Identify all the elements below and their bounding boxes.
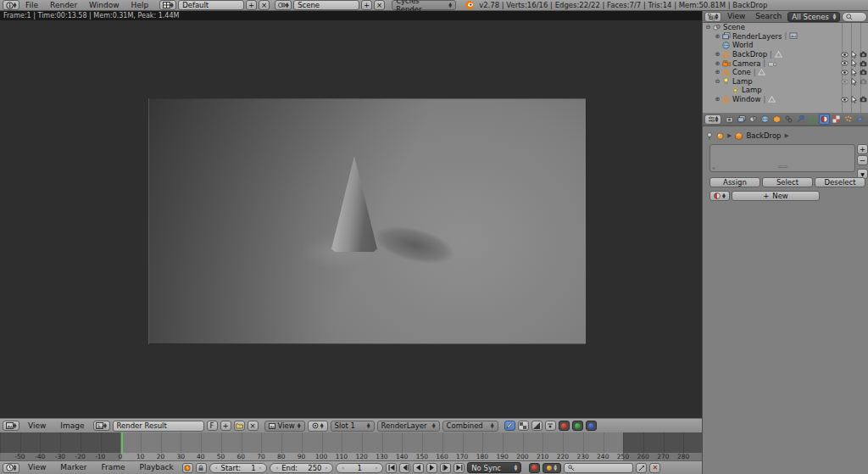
menu-file[interactable]: File xyxy=(19,0,44,11)
editor-type-selector[interactable]: ▲▼ xyxy=(3,421,19,431)
texture-tab[interactable] xyxy=(831,114,842,125)
outliner-item[interactable]: ⊕ Camera | xyxy=(703,59,868,68)
menu-view[interactable]: View xyxy=(723,11,749,22)
menu-image[interactable]: Image xyxy=(54,421,90,432)
data-tab[interactable] xyxy=(807,114,818,125)
unlink-image-button[interactable]: × xyxy=(248,421,259,431)
render-result-viewport[interactable] xyxy=(148,98,587,344)
toggle-visibility-eye-icon[interactable] xyxy=(841,78,849,86)
end-frame-field[interactable]: ‹End: 250› xyxy=(270,463,333,473)
current-frame-field[interactable]: ‹1› xyxy=(336,463,383,473)
jump-to-end-button[interactable] xyxy=(453,463,465,473)
outliner-item[interactable]: ⊕ Window | xyxy=(703,95,868,104)
toggle-selectability-cursor-icon[interactable] xyxy=(850,78,858,86)
remove-slot-button[interactable]: − xyxy=(857,155,868,165)
select-button[interactable]: Select xyxy=(762,177,813,187)
outliner-item[interactable]: ⊕ Cone | xyxy=(703,68,868,77)
new-material-button[interactable]: + New xyxy=(732,191,820,201)
green-channel-button[interactable] xyxy=(572,421,583,431)
mesh-data-breadcrumb-icon[interactable] xyxy=(735,132,743,140)
outliner-item[interactable]: ⊕ RenderLayers | xyxy=(703,32,868,42)
outliner-item[interactable]: World xyxy=(703,41,868,50)
add-scene-button[interactable]: + xyxy=(361,0,372,10)
timeline-strip[interactable]: -50-40-30-20-100102030405060708090100110… xyxy=(0,432,702,460)
toggle-renderability-camera-restrict-icon[interactable] xyxy=(860,78,867,86)
menu-marker[interactable]: Marker xyxy=(54,462,92,473)
editor-type-selector[interactable]: ▲▼ xyxy=(704,114,721,125)
expander-icon[interactable]: ⊕ xyxy=(714,60,721,67)
toggle-visibility-eye-icon[interactable] xyxy=(841,96,849,103)
screen-layout-name-field[interactable]: Default xyxy=(178,0,244,10)
expander-icon[interactable]: ⊕ xyxy=(714,96,721,103)
menu-view[interactable]: View xyxy=(22,421,52,432)
particles-tab[interactable] xyxy=(843,114,854,125)
open-image-button[interactable] xyxy=(234,421,245,431)
toggle-visibility-eye-icon[interactable] xyxy=(841,69,849,76)
sample-line-button[interactable] xyxy=(545,421,556,431)
record-button[interactable] xyxy=(529,463,540,473)
outliner-item[interactable]: ⊕ BackDrop | xyxy=(703,50,868,59)
draw-mode-button[interactable] xyxy=(504,421,515,431)
toggle-selectability-cursor-icon[interactable] xyxy=(850,59,858,67)
auto-keyframe-button[interactable]: ▲▼ xyxy=(542,463,561,473)
toggle-selectability-cursor-icon[interactable] xyxy=(850,51,858,59)
object-icon[interactable] xyxy=(716,132,724,140)
toggle-visibility-eye-icon[interactable] xyxy=(841,51,849,59)
constraints-tab[interactable] xyxy=(783,114,794,125)
prev-keyframe-button[interactable] xyxy=(399,463,410,473)
physics-tab[interactable] xyxy=(854,114,865,125)
playhead[interactable] xyxy=(121,432,123,453)
menu-search[interactable]: Search xyxy=(751,11,786,22)
resize-grip[interactable]: == xyxy=(777,163,787,170)
render-slot-dropdown[interactable]: Slot 1▲▼ xyxy=(331,421,375,432)
fake-user-button[interactable]: F xyxy=(207,421,218,431)
delete-keyframe-button[interactable]: ✕ xyxy=(649,463,660,473)
toggle-selectability-cursor-icon[interactable] xyxy=(850,96,858,103)
add-slot-button[interactable]: + xyxy=(857,144,868,154)
menu-help[interactable]: Help xyxy=(125,0,155,11)
editor-type-selector[interactable]: ▲▼ xyxy=(3,463,19,473)
play-button[interactable] xyxy=(426,463,437,473)
menu-frame[interactable]: Frame xyxy=(95,462,131,473)
render-pass-dropdown[interactable]: Combined▲▼ xyxy=(442,421,498,432)
jump-to-start-button[interactable] xyxy=(386,463,397,473)
menu-window[interactable]: Window xyxy=(83,0,125,11)
pivot-button[interactable]: ▲▼ xyxy=(308,421,328,432)
outliner-search-input[interactable] xyxy=(842,12,867,22)
expander-icon[interactable]: ⊕ xyxy=(714,51,721,58)
image-name-field[interactable]: Render Result xyxy=(113,421,204,432)
screen-layout-browse-button[interactable]: ▲▼ xyxy=(159,0,176,10)
toggle-renderability-camera-restrict-icon[interactable] xyxy=(860,96,867,103)
sync-mode-dropdown[interactable]: No Sync▲▼ xyxy=(467,462,521,473)
ramp-button[interactable] xyxy=(531,421,542,431)
new-image-button[interactable]: + xyxy=(220,421,231,431)
insert-keyframe-button[interactable] xyxy=(636,463,647,473)
toggle-renderability-camera-restrict-icon[interactable] xyxy=(860,69,867,76)
lock-range-button[interactable] xyxy=(196,463,207,473)
toggle-renderability-camera-restrict-icon[interactable] xyxy=(860,51,867,59)
render-engine-dropdown[interactable]: Cycles Render ▲▼ xyxy=(392,0,456,10)
play-reverse-button[interactable] xyxy=(413,463,424,473)
display-view-dropdown[interactable]: View ▲▼ xyxy=(264,421,305,432)
outliner-filter-dropdown[interactable]: All Scenes▲▼ xyxy=(787,12,840,22)
scene-browse-button[interactable]: ▲▼ xyxy=(275,0,292,10)
keying-set-field[interactable] xyxy=(564,463,633,473)
browse-material-button[interactable]: ▲▼ xyxy=(709,191,730,201)
outliner-item[interactable]: ⊖ Scene xyxy=(703,23,868,32)
blue-channel-button[interactable] xyxy=(586,421,597,431)
editor-type-selector[interactable]: ▲▼ xyxy=(3,0,19,10)
expander-icon[interactable]: ⊖ xyxy=(714,78,721,85)
preview-range-button[interactable] xyxy=(182,463,193,473)
breadcrumb-object-name[interactable]: BackDrop xyxy=(746,131,781,140)
outliner-item[interactable]: Lamp xyxy=(703,86,868,95)
add-layout-button[interactable]: + xyxy=(246,0,257,10)
expander-icon[interactable]: ⊕ xyxy=(714,69,721,75)
scene-tab[interactable] xyxy=(748,114,759,125)
toggle-renderability-camera-restrict-icon[interactable] xyxy=(860,59,867,67)
render-tab[interactable] xyxy=(724,114,735,125)
image-browse-button[interactable]: ▲▼ xyxy=(93,421,110,431)
assign-button[interactable]: Assign xyxy=(709,177,760,187)
world-tab[interactable] xyxy=(760,114,771,125)
toggle-selectability-cursor-icon[interactable] xyxy=(850,69,858,76)
toggle-visibility-eye-icon[interactable] xyxy=(841,59,849,67)
